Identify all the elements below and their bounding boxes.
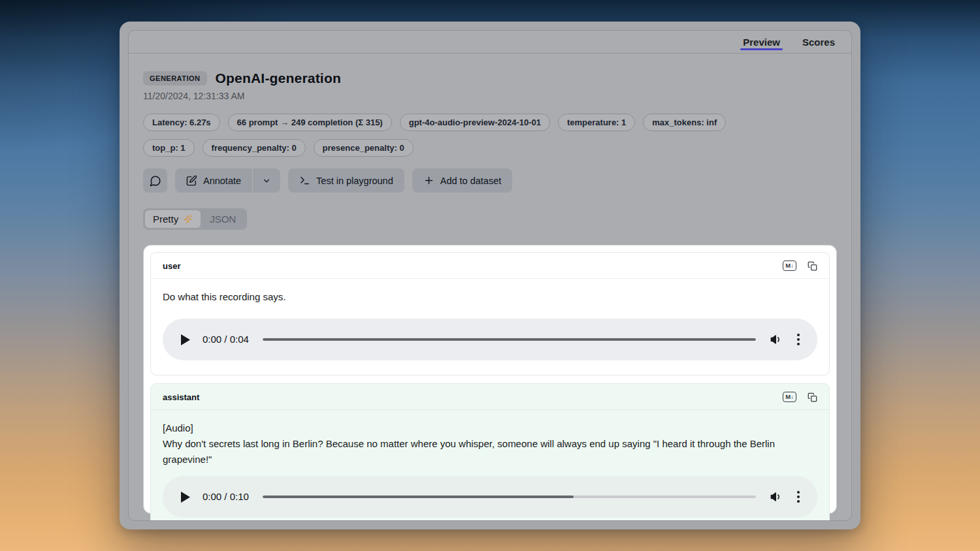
terminal-icon	[299, 175, 310, 186]
volume-button[interactable]	[770, 490, 783, 503]
tabstrip: Preview Scores	[129, 31, 851, 54]
edit-icon	[186, 175, 197, 186]
audio-seek-bar[interactable]	[263, 496, 756, 498]
presence-penalty-badge: presence_penalty: 0	[314, 139, 414, 157]
generation-content: GENERATION OpenAI-generation 11/20/2024,…	[129, 54, 851, 520]
temperature-badge: temperature: 1	[558, 114, 635, 131]
generation-panel: Preview Scores GENERATION OpenAI-generat…	[128, 30, 852, 521]
add-to-dataset-label: Add to dataset	[440, 176, 502, 186]
tab-preview[interactable]: Preview	[732, 31, 791, 53]
audio-seek-bar[interactable]	[263, 338, 756, 341]
plus-icon	[423, 175, 434, 186]
markdown-toggle-icon[interactable]: M↓	[783, 392, 796, 402]
audio-time: 0:00 / 0:10	[203, 489, 249, 505]
assistant-message-text: Why don't secrets last long in Berlin? B…	[163, 436, 817, 467]
volume-icon	[770, 333, 783, 346]
message-list: user M↓ Do what this recording says.	[143, 245, 837, 514]
copy-icon	[808, 261, 817, 271]
timestamp: 11/20/2024, 12:31:33 AM	[143, 91, 837, 101]
user-header-icons: M↓	[783, 260, 817, 271]
audio-menu-button[interactable]	[797, 491, 800, 503]
play-icon	[180, 334, 190, 345]
role-label: user	[163, 261, 180, 271]
audio-player-user: 0:00 / 0:04	[163, 319, 817, 360]
title-row: GENERATION OpenAI-generation	[143, 71, 837, 86]
chevron-down-icon	[262, 176, 271, 185]
annotate-dropdown-button[interactable]	[252, 168, 280, 193]
user-message-text: Do what this recording says.	[163, 289, 817, 305]
annotate-label: Annotate	[203, 176, 241, 186]
play-button[interactable]	[180, 492, 190, 503]
user-message-body: Do what this recording says. 0:00 / 0:04	[151, 279, 829, 375]
annotate-split-button: Annotate	[175, 168, 280, 193]
view-tab-pretty[interactable]: Pretty	[145, 210, 201, 228]
observation-type-badge: GENERATION	[143, 71, 207, 86]
test-in-playground-label: Test in playground	[316, 176, 393, 186]
assistant-audio-tag: [Audio]	[163, 420, 817, 436]
top-p-badge: top_p: 1	[143, 139, 195, 157]
message-card-user: user M↓ Do what this recording says.	[150, 252, 830, 375]
assistant-message-header: assistant M↓	[151, 384, 829, 410]
tab-scores[interactable]: Scores	[791, 31, 846, 53]
audio-progress	[263, 338, 756, 341]
model-badge[interactable]: gpt-4o-audio-preview-2024-10-01	[400, 114, 550, 131]
play-icon	[180, 492, 190, 503]
comment-button[interactable]	[143, 168, 167, 193]
token-usage-badge: 66 prompt → 249 completion (Σ 315)	[228, 114, 392, 131]
audio-player-assistant: 0:00 / 0:10	[163, 476, 817, 518]
max-tokens-badge: max_tokens: inf	[643, 114, 726, 131]
view-toggle: Pretty JSON	[143, 208, 247, 230]
comment-icon	[150, 175, 161, 187]
role-label: assistant	[163, 392, 199, 402]
copy-button[interactable]	[808, 392, 817, 402]
audio-menu-button[interactable]	[797, 334, 800, 345]
metadata-badges: Latency: 6.27s 66 prompt → 249 completio…	[143, 114, 837, 157]
message-card-assistant: assistant M↓ [Audio] Why don't	[150, 383, 830, 521]
user-message-header: user M↓	[151, 253, 829, 279]
volume-button[interactable]	[770, 333, 783, 346]
assistant-message-body: [Audio] Why don't secrets last long in B…	[151, 410, 829, 521]
view-tab-json[interactable]: JSON	[201, 210, 245, 228]
markdown-toggle-icon[interactable]: M↓	[783, 260, 796, 271]
page-title: OpenAI-generation	[216, 71, 341, 86]
assistant-header-icons: M↓	[783, 392, 817, 402]
latency-badge: Latency: 6.27s	[143, 114, 220, 131]
copy-button[interactable]	[808, 261, 817, 271]
volume-icon	[770, 490, 783, 503]
annotate-button[interactable]: Annotate	[175, 168, 252, 193]
play-button[interactable]	[180, 334, 190, 345]
audio-time: 0:00 / 0:04	[203, 332, 249, 347]
test-in-playground-button[interactable]: Test in playground	[288, 168, 404, 193]
pretty-label: Pretty	[153, 213, 178, 225]
frequency-penalty-badge: frequency_penalty: 0	[203, 139, 306, 157]
add-to-dataset-button[interactable]: Add to dataset	[412, 168, 513, 193]
copy-icon	[808, 392, 817, 402]
trace-peek-window: Preview Scores GENERATION OpenAI-generat…	[120, 22, 860, 529]
sparkles-icon	[183, 214, 193, 224]
audio-progress	[263, 496, 574, 498]
action-bar: Annotate Test in playground	[143, 168, 837, 193]
